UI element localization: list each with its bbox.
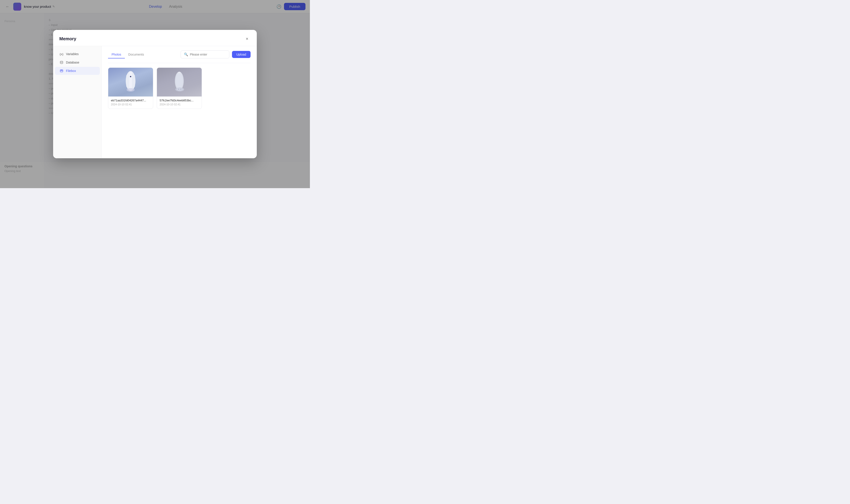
photo-date-1: 2024-10-10 02:41	[111, 103, 150, 106]
svg-point-11	[177, 88, 183, 91]
svg-point-12	[178, 89, 179, 90]
photo-date-2: 2024-10-10 02:41	[160, 103, 199, 106]
search-icon: 🔍	[184, 52, 188, 56]
upload-button[interactable]: Upload	[232, 51, 251, 58]
photo-name-2: 57fc2ee7fd3c4eeb853bc...	[160, 99, 199, 102]
nav-item-label-filebox: Filebox	[66, 69, 76, 73]
svg-point-13	[180, 89, 181, 90]
search-input[interactable]	[190, 53, 226, 56]
database-icon	[59, 61, 64, 64]
nav-item-database[interactable]: Database	[55, 58, 100, 67]
modal-right-content: Photos Documents 🔍 Upload	[102, 46, 257, 158]
photo-info-2: 57fc2ee7fd3c4eeb853bc... 2024-10-10 02:4…	[157, 96, 202, 109]
content-tabs: Photos Documents	[108, 51, 147, 58]
photo-thumbnail-1	[108, 68, 153, 96]
photo-card-2[interactable]: 57fc2ee7fd3c4eeb853bc... 2024-10-10 02:4…	[157, 68, 202, 109]
photo-grid: eb71aa331fd04267a4447... 2024-10-10 02:4…	[108, 68, 251, 109]
svg-point-7	[127, 88, 134, 92]
photo-name-1: eb71aa331fd04267a4447...	[111, 99, 150, 102]
variables-icon: {x}	[59, 52, 64, 56]
svg-point-0	[60, 61, 63, 62]
modal-close-button[interactable]: ×	[243, 35, 251, 42]
photo-thumbnail-2	[157, 68, 202, 96]
filebox-icon	[59, 69, 64, 73]
modal-header: Memory ×	[53, 30, 257, 46]
svg-point-6	[130, 76, 131, 77]
nav-item-filebox[interactable]: Filebox	[55, 67, 100, 75]
photo-info-1: eb71aa331fd04267a4447... 2024-10-10 02:4…	[108, 96, 153, 109]
nav-item-variables[interactable]: {x} Variables	[55, 50, 100, 58]
modal-title: Memory	[59, 36, 76, 41]
nav-item-label-variables: Variables	[66, 52, 78, 56]
memory-modal: Memory × {x} Variables	[53, 30, 257, 158]
tab-documents[interactable]: Documents	[125, 51, 148, 58]
tab-divider	[108, 63, 251, 63]
modal-body: {x} Variables Database	[53, 46, 257, 158]
modal-overlay: Memory × {x} Variables	[0, 0, 310, 188]
tab-photos[interactable]: Photos	[108, 51, 125, 58]
photo-card-1[interactable]: eb71aa331fd04267a4447... 2024-10-10 02:4…	[108, 68, 153, 109]
nav-item-label-database: Database	[66, 61, 79, 64]
svg-rect-5	[129, 72, 132, 90]
search-box[interactable]: 🔍	[181, 51, 229, 58]
content-toolbar: 🔍 Upload	[181, 51, 251, 58]
modal-nav: {x} Variables Database	[53, 46, 102, 158]
